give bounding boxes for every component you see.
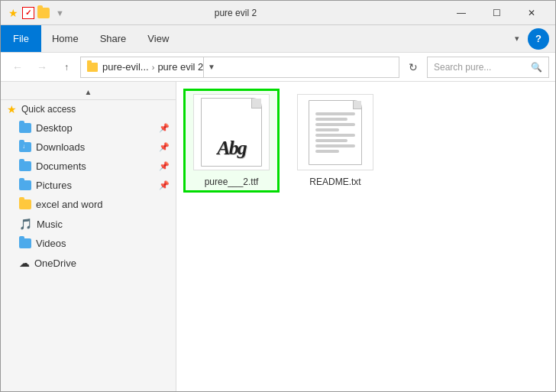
sidebar: ▲ ★ Quick access Desktop 📌 Downloads 📌 D… bbox=[1, 82, 176, 392]
sidebar-scroll-up[interactable]: ▲ bbox=[1, 85, 176, 100]
music-icon: 🎵 bbox=[19, 218, 32, 230]
pin-icon-desktop: 📌 bbox=[159, 123, 170, 133]
search-icon: 🔍 bbox=[531, 62, 542, 73]
sidebar-item-pictures[interactable]: Pictures 📌 bbox=[1, 176, 176, 195]
minimize-button[interactable]: — bbox=[444, 1, 479, 25]
file-item-font[interactable]: Abg puree___2.ttf bbox=[186, 91, 277, 190]
title-separator: ▼ bbox=[56, 8, 64, 18]
content-area: Abg puree___2.ttf README.txt bbox=[176, 82, 555, 392]
font-preview-text: Abg bbox=[217, 137, 245, 160]
path-segment-1: pure-evil... bbox=[102, 61, 149, 73]
file-name-font: puree___2.ttf bbox=[205, 177, 259, 187]
sidebar-item-label-excel-word: excel and word bbox=[36, 199, 102, 210]
checkbox-icon: ✓ bbox=[22, 7, 34, 19]
videos-folder-icon bbox=[19, 238, 31, 248]
forward-button[interactable]: → bbox=[31, 57, 53, 78]
menu-bar: File Home Share View ▾ ? bbox=[1, 25, 555, 53]
quick-access-star-icon: ★ bbox=[7, 103, 17, 115]
file-thumbnail-readme bbox=[297, 94, 373, 170]
search-placeholder: Search pure... bbox=[434, 62, 531, 73]
quick-access-header[interactable]: ★ Quick access bbox=[1, 100, 176, 118]
txt-line-4 bbox=[315, 128, 339, 131]
txt-line-5 bbox=[315, 134, 355, 137]
path-segment-2: pure evil 2 bbox=[157, 61, 203, 73]
refresh-button[interactable]: ↻ bbox=[402, 57, 424, 78]
title-bar-icons: ★ ✓ ▼ bbox=[7, 7, 67, 19]
quick-access-label: Quick access bbox=[21, 104, 76, 115]
menu-view[interactable]: View bbox=[137, 25, 179, 52]
path-arrow: › bbox=[152, 63, 155, 72]
sidebar-item-label-downloads: Downloads bbox=[36, 141, 85, 153]
sidebar-item-desktop[interactable]: Desktop 📌 bbox=[1, 118, 176, 138]
sidebar-item-label-desktop: Desktop bbox=[36, 122, 73, 134]
pin-icon-documents: 📌 bbox=[159, 161, 170, 171]
sidebar-item-downloads[interactable]: Downloads 📌 bbox=[1, 138, 176, 157]
menu-home[interactable]: Home bbox=[41, 25, 89, 52]
font-file-icon: Abg bbox=[201, 98, 262, 167]
quick-access-icon: ★ bbox=[7, 7, 19, 19]
maximize-button[interactable]: ☐ bbox=[479, 1, 514, 25]
txt-line-3 bbox=[315, 123, 355, 126]
documents-folder-icon bbox=[19, 161, 31, 171]
sidebar-item-videos[interactable]: Videos bbox=[1, 234, 176, 253]
txt-line-1 bbox=[315, 112, 355, 115]
address-bar: ← → ↑ pure-evil... › pure evil 2 ▼ ↻ Sea… bbox=[1, 53, 555, 82]
main-area: ▲ ★ Quick access Desktop 📌 Downloads 📌 D… bbox=[1, 82, 555, 392]
excel-word-folder-icon bbox=[19, 199, 31, 209]
sidebar-item-label-music: Music bbox=[37, 219, 63, 230]
sidebar-item-music[interactable]: 🎵 Music bbox=[1, 214, 176, 234]
txt-line-2 bbox=[315, 118, 348, 121]
desktop-folder-icon bbox=[19, 123, 31, 133]
sidebar-item-label-documents: Documents bbox=[36, 160, 86, 172]
sidebar-item-label-videos: Videos bbox=[36, 238, 66, 249]
close-button[interactable]: ✕ bbox=[514, 1, 549, 25]
menu-dropdown: ▾ ? bbox=[506, 28, 552, 50]
txt-line-8 bbox=[315, 150, 339, 153]
address-dropdown-button[interactable]: ▼ bbox=[203, 57, 218, 78]
up-button[interactable]: ↑ bbox=[56, 57, 77, 78]
file-item-readme[interactable]: README.txt bbox=[289, 91, 381, 190]
folder-icon bbox=[37, 8, 50, 18]
window-title: pure evil 2 bbox=[73, 8, 398, 18]
file-thumbnail-font: Abg bbox=[193, 94, 270, 170]
pin-icon-downloads: 📌 bbox=[159, 142, 170, 152]
title-bar: ★ ✓ ▼ pure evil 2 — ☐ ✕ bbox=[1, 1, 555, 25]
sidebar-item-documents[interactable]: Documents 📌 bbox=[1, 157, 176, 176]
path-folder-icon bbox=[87, 63, 98, 72]
onedrive-icon: ☁ bbox=[19, 257, 30, 269]
sidebar-item-excel-word[interactable]: excel and word bbox=[1, 195, 176, 214]
downloads-folder-icon bbox=[19, 142, 31, 152]
address-path[interactable]: pure-evil... › pure evil 2 ▼ bbox=[80, 57, 399, 78]
back-button[interactable]: ← bbox=[7, 57, 28, 78]
sidebar-item-label-pictures: Pictures bbox=[36, 180, 72, 191]
help-button[interactable]: ? bbox=[528, 28, 549, 50]
menu-file[interactable]: File bbox=[1, 25, 41, 52]
menu-share[interactable]: Share bbox=[89, 25, 137, 52]
txt-file-icon bbox=[309, 100, 362, 165]
pin-icon-pictures: 📌 bbox=[159, 180, 170, 190]
expand-ribbon-button[interactable]: ▾ bbox=[506, 28, 528, 50]
txt-line-6 bbox=[315, 139, 348, 142]
window-controls: — ☐ ✕ bbox=[444, 1, 549, 25]
file-name-readme: README.txt bbox=[309, 177, 360, 187]
txt-line-7 bbox=[315, 144, 355, 147]
sidebar-item-onedrive[interactable]: ☁ OneDrive bbox=[1, 253, 176, 273]
search-box[interactable]: Search pure... 🔍 bbox=[427, 57, 549, 78]
pictures-folder-icon bbox=[19, 180, 31, 190]
sidebar-item-label-onedrive: OneDrive bbox=[34, 258, 76, 269]
